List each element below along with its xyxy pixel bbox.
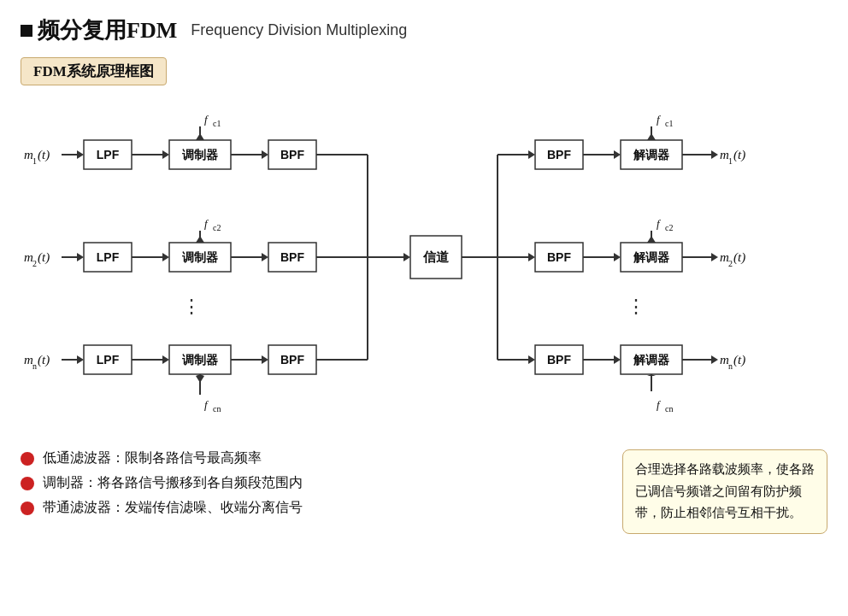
svg-text:2: 2: [728, 259, 733, 268]
svg-marker-96: [647, 236, 656, 243]
svg-text:(t): (t): [38, 353, 50, 367]
title-row: 频分复用FDM Frequency Division Multiplexing: [21, 15, 827, 45]
svg-text:⋮: ⋮: [182, 296, 201, 317]
svg-text:LPF: LPF: [97, 148, 120, 161]
svg-text:调制器: 调制器: [182, 353, 219, 367]
svg-marker-118: [711, 355, 718, 364]
bullet-dot-2: [21, 477, 34, 490]
svg-marker-8: [162, 150, 169, 159]
svg-text:c1: c1: [665, 119, 673, 128]
svg-marker-24: [77, 253, 84, 261]
svg-marker-32: [196, 236, 204, 243]
note-box: 合理选择各路载波频率，使各路已调信号频谱之间留有防护频带，防止相邻信号互相干扰。: [622, 449, 827, 534]
svg-text:cn: cn: [665, 404, 673, 414]
svg-text:解调器: 解调器: [633, 149, 670, 161]
svg-marker-36: [262, 253, 268, 261]
svg-marker-75: [614, 150, 621, 159]
svg-marker-12: [196, 133, 204, 140]
svg-text:解调器: 解调器: [633, 251, 670, 264]
svg-text:LPF: LPF: [97, 353, 120, 367]
svg-text:BPF: BPF: [547, 250, 571, 264]
bullet-item-2: 调制器：将各路信号搬移到各自频段范围内: [21, 474, 602, 492]
svg-marker-16: [262, 150, 268, 159]
svg-text:cn: cn: [213, 404, 221, 414]
svg-text:f: f: [657, 217, 662, 230]
svg-text:c2: c2: [665, 223, 673, 232]
svg-text:2: 2: [32, 259, 37, 268]
bullet-item-1: 低通滤波器：限制各路信号最高频率: [21, 449, 602, 467]
svg-marker-59: [262, 355, 268, 364]
svg-text:(t): (t): [38, 148, 50, 162]
svg-text:调制器: 调制器: [182, 250, 219, 264]
svg-text:(t): (t): [733, 250, 745, 265]
svg-text:BPF: BPF: [280, 353, 304, 367]
svg-text:调制器: 调制器: [182, 148, 219, 161]
svg-text:BPF: BPF: [547, 148, 571, 161]
svg-marker-79: [647, 133, 656, 140]
svg-marker-65: [403, 253, 410, 261]
svg-text:n: n: [32, 361, 37, 371]
svg-text:BPF: BPF: [280, 148, 304, 161]
diagram: m 1 (t) LPF 调制器 f c1 BPF m 2 (t): [21, 101, 824, 434]
title-english: Frequency Division Multiplexing: [191, 21, 407, 39]
svg-text:f: f: [204, 113, 209, 126]
bullet-dot-1: [21, 452, 34, 466]
bullet-dot-3: [21, 502, 34, 515]
svg-text:解调器: 解调器: [633, 354, 670, 367]
svg-text:n: n: [728, 361, 733, 371]
svg-text:LPF: LPF: [97, 250, 120, 264]
svg-text:BPF: BPF: [547, 353, 571, 367]
svg-text:c2: c2: [213, 223, 221, 232]
svg-text:BPF: BPF: [280, 250, 304, 264]
bullet-text-3: 带通滤波器：发端传信滤噪、收端分离信号: [43, 499, 303, 517]
bullet-text-1: 低通滤波器：限制各路信号最高频率: [43, 449, 262, 467]
svg-marker-4: [77, 150, 84, 159]
svg-text:信道: 信道: [422, 250, 450, 264]
fdm-diagram-svg: m 1 (t) LPF 调制器 f c1 BPF m 2 (t): [21, 101, 824, 434]
svg-marker-71: [528, 150, 535, 159]
svg-text:⋮: ⋮: [627, 296, 645, 317]
svg-marker-92: [614, 253, 621, 261]
svg-marker-28: [162, 253, 169, 261]
svg-marker-100: [711, 253, 718, 261]
title-square: [21, 25, 32, 37]
svg-marker-49: [162, 355, 169, 364]
bullet-item-3: 带通滤波器：发端传信滤噪、收端分离信号: [21, 499, 602, 517]
svg-text:(t): (t): [733, 148, 745, 162]
bottom-section: 低通滤波器：限制各路信号最高频率 调制器：将各路信号搬移到各自频段范围内 带通滤…: [21, 449, 827, 534]
svg-text:f: f: [204, 398, 209, 411]
svg-text:1: 1: [728, 156, 733, 166]
svg-marker-83: [711, 150, 718, 159]
svg-text:1: 1: [32, 156, 37, 166]
note-text: 合理选择各路载波频率，使各路已调信号频谱之间留有防护频带，防止相邻信号互相干扰。: [635, 462, 815, 519]
subtitle-box: FDM系统原理框图: [21, 57, 167, 85]
svg-text:f: f: [204, 217, 209, 230]
svg-text:c1: c1: [213, 119, 221, 128]
svg-marker-88: [528, 253, 535, 261]
svg-marker-45: [77, 355, 84, 364]
svg-marker-106: [528, 355, 535, 364]
svg-text:(t): (t): [733, 353, 745, 367]
svg-text:(t): (t): [38, 250, 50, 265]
svg-marker-110: [614, 355, 621, 364]
svg-text:f: f: [657, 398, 662, 411]
bullets-col: 低通滤波器：限制各路信号最高频率 调制器：将各路信号搬移到各自频段范围内 带通滤…: [21, 449, 602, 524]
svg-text:f: f: [657, 113, 662, 126]
bullet-text-2: 调制器：将各路信号搬移到各自频段范围内: [43, 474, 303, 492]
page-title: 频分复用FDM: [21, 15, 177, 45]
